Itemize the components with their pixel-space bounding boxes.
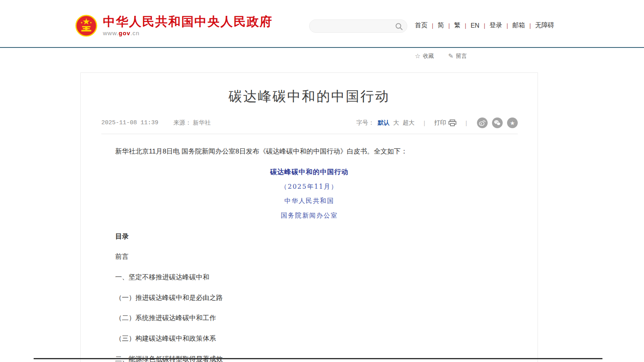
- article-container: 碳达峰碳中和的中国行动 2025-11-08 11:39 来源： 新华社 字号：…: [80, 72, 538, 362]
- article-meta-left: 2025-11-08 11:39 来源： 新华社: [101, 119, 211, 127]
- document-title: 碳达峰碳中和的中国行动: [115, 167, 503, 177]
- site-url-gov: gov: [119, 30, 131, 36]
- document-author-line1: 中华人民共和国: [115, 196, 503, 205]
- nav-simplified-chinese[interactable]: 简: [437, 21, 445, 30]
- printer-icon: [448, 119, 456, 127]
- wechat-share-icon[interactable]: [492, 118, 503, 128]
- nav-separator: |: [484, 23, 485, 29]
- print-label: 打印: [434, 119, 446, 127]
- article-meta-bar: 2025-11-08 11:39 来源： 新华社 字号： 默认 大 超大 | 打…: [101, 118, 518, 134]
- search-input[interactable]: [316, 20, 393, 32]
- weibo-share-icon[interactable]: [477, 118, 488, 128]
- search-icon[interactable]: [395, 23, 403, 30]
- nav-separator: |: [432, 23, 433, 29]
- site-title: 中华人民共和国中央人民政府: [103, 15, 273, 28]
- favorite-label: 收藏: [423, 53, 434, 60]
- nav-traditional-chinese[interactable]: 繁: [453, 21, 462, 30]
- intro-paragraph: 新华社北京11月8日电 国务院新闻办公室8日发布《碳达峰碳中和的中国行动》白皮书…: [115, 147, 503, 157]
- nav-separator: |: [448, 23, 450, 29]
- star-outline-icon: ☆: [415, 52, 420, 60]
- font-size-xlarge-button[interactable]: 超大: [403, 119, 414, 127]
- site-url-cn: .cn: [131, 30, 140, 36]
- comment-button[interactable]: ✎ 留言: [448, 52, 467, 60]
- source-value[interactable]: 新华社: [193, 119, 211, 126]
- toc-item: （一）推进碳达峰碳中和是必由之路: [115, 293, 503, 303]
- print-button[interactable]: 打印: [434, 119, 456, 127]
- nav-separator: |: [465, 23, 466, 29]
- nav-accessibility[interactable]: 无障碍: [534, 21, 555, 30]
- toc-item: （二）系统推进碳达峰碳中和工作: [115, 313, 503, 323]
- article-title: 碳达峰碳中和的中国行动: [81, 87, 538, 106]
- font-size-large-button[interactable]: 大: [393, 119, 399, 127]
- star-share-icon[interactable]: ★: [507, 118, 518, 128]
- nav-english[interactable]: EN: [469, 22, 481, 29]
- top-navigation: 首页 | 简 | 繁 | EN | 登录 | 邮箱 | 无障碍: [414, 21, 555, 30]
- font-size-default-button[interactable]: 默认: [378, 119, 389, 127]
- document-heading-block: 碳达峰碳中和的中国行动 （2025年11月） 中华人民共和国 国务院新闻办公室: [115, 167, 503, 220]
- quick-actions-bar: ☆ 收藏 ✎ 留言: [415, 52, 467, 60]
- comment-label: 留言: [456, 53, 467, 60]
- document-date: （2025年11月）: [115, 182, 503, 191]
- source-label: 来源：: [173, 119, 191, 126]
- national-emblem-logo: [75, 14, 98, 37]
- article-meta-right: 字号： 默认 大 超大 | 打印 |: [356, 118, 518, 128]
- pencil-icon: ✎: [448, 52, 453, 60]
- site-header: 中华人民共和国中央人民政府 www.gov.cn 首页 | 简 | 繁 | EN…: [0, 0, 644, 48]
- font-size-label: 字号：: [356, 119, 374, 127]
- toc-item: （三）构建碳达峰碳中和政策体系: [115, 334, 503, 344]
- share-buttons: ★: [477, 118, 518, 128]
- toc-item: 前言: [115, 252, 503, 262]
- toc-heading: 目录: [115, 232, 503, 242]
- publish-date: 2025-11-08 11:39: [101, 119, 158, 126]
- meta-divider: |: [424, 119, 425, 126]
- site-url-www: www.: [103, 30, 119, 36]
- site-url: www.gov.cn: [103, 30, 273, 36]
- favorite-button[interactable]: ☆ 收藏: [415, 52, 434, 60]
- search-box[interactable]: [309, 19, 407, 33]
- meta-divider: |: [465, 119, 467, 126]
- nav-separator: |: [529, 23, 531, 29]
- nav-mail[interactable]: 邮箱: [511, 21, 526, 30]
- article-source: 来源： 新华社: [173, 119, 211, 127]
- article-body: 新华社北京11月8日电 国务院新闻办公室8日发布《碳达峰碳中和的中国行动》白皮书…: [115, 147, 503, 362]
- document-author-line2: 国务院新闻办公室: [115, 211, 503, 220]
- bottom-divider: [34, 358, 602, 359]
- nav-home[interactable]: 首页: [414, 21, 429, 30]
- toc-item: 一、坚定不移推进碳达峰碳中和: [115, 273, 503, 282]
- nav-login[interactable]: 登录: [488, 21, 503, 30]
- nav-separator: |: [507, 23, 508, 29]
- site-brand[interactable]: 中华人民共和国中央人民政府 www.gov.cn: [75, 14, 273, 37]
